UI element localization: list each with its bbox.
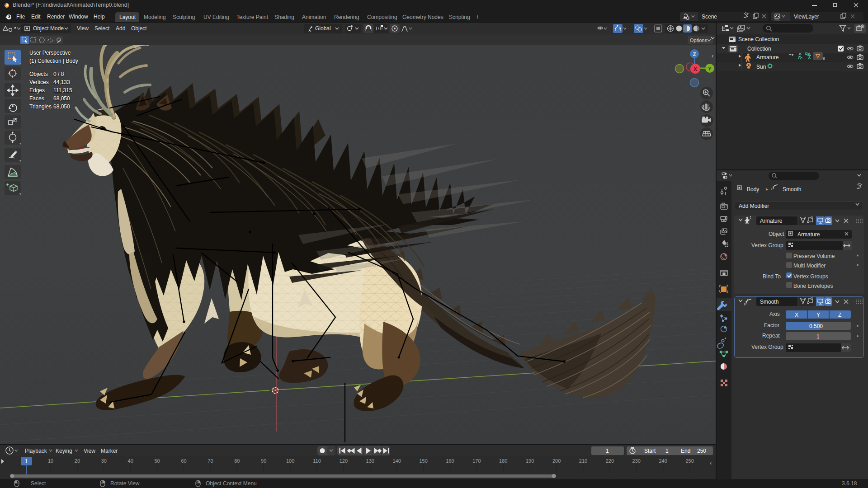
svg-text:‹: ‹	[710, 460, 712, 466]
svg-text:6: 6	[823, 56, 825, 61]
